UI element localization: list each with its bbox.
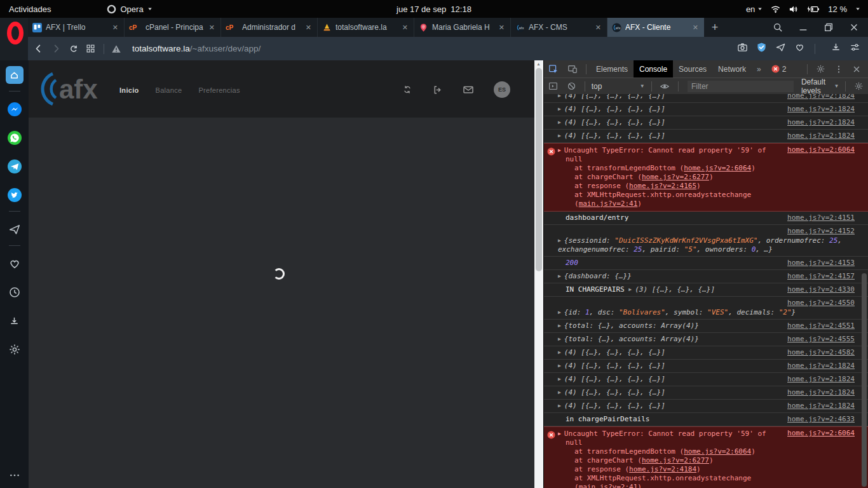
source-link[interactable]: home.js?v=2:1824 (787, 362, 855, 370)
error-source-link[interactable]: home.js?v=2:6064 (787, 429, 855, 438)
sidebar-whatsapp-icon[interactable] (6, 129, 24, 147)
devtools-tab-sources[interactable]: Sources (673, 60, 712, 78)
snapshot-icon[interactable] (737, 42, 748, 55)
expand-triangle-icon[interactable]: ▶ (558, 94, 561, 98)
live-expression-eye-button[interactable] (655, 81, 674, 92)
source-link[interactable]: home.js?v=2:1824 (787, 375, 855, 384)
stack-source-link[interactable]: home.js?v=2:6064 (684, 164, 751, 172)
settings-gear-button[interactable] (811, 64, 830, 74)
close-window-icon[interactable] (849, 22, 859, 32)
my-flow-icon[interactable] (775, 42, 786, 55)
expand-triangle-icon[interactable]: ▶ (558, 309, 561, 315)
tab-close-icon[interactable]: ✕ (111, 24, 119, 32)
stack-source-link[interactable]: home.js?v=2:6277 (642, 456, 709, 464)
opera-logo[interactable] (7, 22, 24, 44)
device-toolbar-button[interactable] (563, 64, 582, 74)
back-icon[interactable] (33, 43, 44, 54)
logout-icon[interactable] (432, 85, 443, 95)
source-link[interactable]: home.js?v=2:1824 (787, 94, 855, 100)
page-scrollbar[interactable]: ▲ (534, 60, 543, 488)
expand-triangle-icon[interactable]: ▶ (558, 147, 561, 153)
restore-icon[interactable] (824, 22, 834, 32)
page-nav-balance[interactable]: Balance (156, 86, 182, 94)
new-tab-button[interactable]: + (704, 18, 726, 37)
mail-icon[interactable] (463, 84, 474, 95)
user-avatar[interactable]: ES (494, 81, 510, 98)
expand-triangle-icon[interactable]: ▶ (558, 133, 561, 139)
source-link[interactable]: home.js?v=2:1824 (787, 132, 855, 140)
speed-dial-icon[interactable] (86, 44, 95, 53)
expand-triangle-icon[interactable]: ▶ (628, 287, 632, 292)
easy-setup-icon[interactable] (850, 42, 860, 55)
clear-console-button[interactable] (562, 81, 581, 91)
page-scrollbar-thumb[interactable] (536, 68, 542, 271)
stack-source-link[interactable]: main.js?v=2:41 (579, 483, 638, 488)
expand-triangle-icon[interactable]: ▶ (558, 273, 561, 279)
browser-tab[interactable]: @Maria Gabriela H✕ (414, 18, 511, 37)
expand-triangle-icon[interactable]: ▶ (558, 336, 561, 342)
page-nav-preferencias[interactable]: Preferencias (198, 86, 240, 94)
app-menu[interactable]: Opera (107, 4, 152, 14)
source-link[interactable]: home.js?v=2:4550 (558, 299, 855, 308)
reload-icon[interactable] (69, 44, 79, 54)
source-link[interactable]: home.js?v=2:1824 (787, 118, 855, 127)
source-link[interactable]: home.js?v=2:4152 (558, 227, 855, 236)
browser-tab[interactable]: cPcPanel - Principa✕ (125, 18, 221, 37)
expand-triangle-icon[interactable]: ▶ (558, 363, 561, 369)
search-icon[interactable] (773, 22, 783, 32)
console-sidebar-button[interactable] (544, 81, 562, 91)
browser-tab-active[interactable]: afxAFX - Cliente✕ (607, 18, 704, 37)
sidebar-history-icon[interactable] (6, 283, 24, 301)
tab-close-icon[interactable]: ✕ (401, 24, 409, 32)
source-link[interactable]: home.js?v=2:4582 (787, 348, 855, 357)
expand-triangle-icon[interactable]: ▶ (558, 323, 561, 329)
devtools-tab-elements[interactable]: Elements (590, 60, 634, 78)
caret-down-icon[interactable] (855, 6, 860, 11)
source-link[interactable]: home.js?v=2:1824 (787, 105, 855, 114)
sync-icon[interactable] (402, 85, 412, 95)
stack-source-link[interactable]: home.js?v=2:6277 (642, 173, 709, 181)
sidebar-messenger-icon[interactable] (6, 100, 24, 118)
error-count-badge[interactable]: 2 (766, 65, 792, 74)
stack-source-link[interactable]: main.js?v=2:41 (579, 200, 638, 208)
devtools-scrollbar[interactable] (861, 94, 867, 488)
tab-close-icon[interactable]: ✕ (498, 24, 506, 32)
sidebar-ellipsis-icon[interactable] (6, 466, 24, 484)
wifi-icon[interactable] (771, 4, 780, 14)
source-link[interactable]: home.js?v=2:4551 (787, 322, 855, 330)
devtools-scrollbar-thumb[interactable] (862, 273, 867, 487)
error-source-link[interactable]: home.js?v=2:6064 (787, 146, 855, 154)
sidebar-twitter-icon[interactable] (6, 186, 24, 204)
battery-icon[interactable] (806, 5, 820, 13)
sidebar-home-icon[interactable] (6, 66, 24, 84)
more-panels-button[interactable]: » (752, 65, 766, 74)
expand-triangle-icon[interactable]: ▶ (558, 390, 561, 395)
site-warning-icon[interactable] (111, 44, 121, 54)
browser-tab[interactable]: cPAdministrador d✕ (221, 18, 318, 37)
source-link[interactable]: home.js?v=2:1824 (787, 388, 855, 397)
source-link[interactable]: home.js?v=2:4157 (787, 272, 855, 281)
sidebar-flow-icon[interactable] (6, 220, 24, 238)
source-link[interactable]: home.js?v=2:4555 (787, 335, 855, 344)
close-small-button[interactable] (848, 65, 865, 74)
activities-button[interactable]: Actividades (9, 4, 51, 14)
devtools-tab-console[interactable]: Console (634, 60, 673, 78)
console-filter-input[interactable] (688, 81, 794, 92)
source-link[interactable]: home.js?v=2:4330 (787, 285, 855, 294)
scrollbar-up-arrow[interactable]: ▲ (536, 62, 541, 66)
tab-close-icon[interactable]: ✕ (208, 24, 216, 32)
sidebar-download-tray-icon[interactable] (6, 312, 24, 330)
browser-tab[interactable]: totalsoftware.la✕ (318, 18, 414, 37)
language-indicator[interactable]: en (746, 4, 763, 14)
tab-close-icon[interactable]: ✕ (691, 24, 700, 32)
favorites-icon[interactable] (794, 42, 805, 55)
expand-triangle-icon[interactable]: ▶ (558, 349, 561, 355)
log-levels-dropdown[interactable]: Default levels ▼ (799, 78, 841, 95)
expand-triangle-icon[interactable]: ▶ (558, 119, 561, 125)
sidebar-telegram-icon[interactable] (6, 158, 24, 175)
expand-triangle-icon[interactable]: ▶ (558, 106, 561, 112)
source-link[interactable]: home.js?v=2:4151 (787, 214, 855, 222)
sidebar-heart-icon[interactable] (6, 255, 24, 273)
source-link[interactable]: home.js?v=2:1824 (787, 402, 855, 410)
source-link[interactable]: home.js?v=2:4633 (787, 415, 855, 424)
